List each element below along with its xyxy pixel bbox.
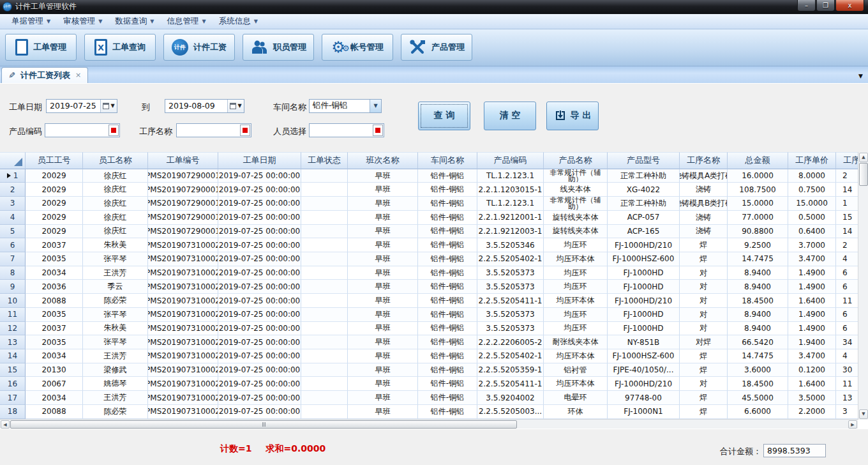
column-header-7[interactable]: 车间名称: [418, 152, 477, 169]
grid-cell: FJ-1000N1: [608, 405, 680, 419]
column-header-6[interactable]: 班次名称: [348, 152, 418, 169]
table-row[interactable]: 1220037朱秋美PMS2019073100022019-07-25 00:0…: [0, 322, 858, 336]
table-row[interactable]: 1720034王洪芳PMS2019073100022019-07-25 00:0…: [0, 391, 858, 405]
scroll-right-icon[interactable]: ▶: [848, 420, 857, 429]
toolbar-button-1[interactable]: 工单管理: [5, 34, 77, 61]
grid-cell: 4: [836, 349, 858, 363]
process-picker-button[interactable]: [240, 125, 250, 136]
grid-cell: FJ-1000HD/210: [608, 238, 680, 252]
minimize-button[interactable]: –: [797, 0, 816, 11]
person-picker-button[interactable]: [373, 125, 383, 136]
toolbar-button-4[interactable]: 职员管理: [243, 34, 314, 61]
table-row[interactable]: 1320035张平琴PMS2019073100022019-07-25 00:0…: [0, 335, 858, 349]
menu-item-4[interactable]: 信息管理▼: [160, 14, 212, 29]
grid-cell: 15: [836, 211, 858, 225]
grid-cell: 旋转线夹本体: [544, 225, 608, 239]
column-header-12[interactable]: 总金额: [728, 152, 788, 169]
table-row[interactable]: 1520130梁修武PMS2019073100022019-07-25 00:0…: [0, 363, 858, 377]
menu-item-5[interactable]: 系统信息▼: [213, 14, 264, 29]
restore-button[interactable]: ❐: [816, 0, 835, 11]
table-row[interactable]: 1120035张平琴PMS2019073100022019-07-25 00:0…: [0, 308, 858, 322]
table-row[interactable]: 120029徐庆红PMS2019072900012019-07-25 00:00…: [0, 169, 858, 183]
export-button[interactable]: 导 出: [546, 102, 599, 130]
column-header-9[interactable]: 产品名称: [544, 152, 608, 169]
vertical-scroll-thumb[interactable]: [859, 163, 868, 186]
column-header-3[interactable]: 工单编号: [148, 152, 218, 169]
column-header-4[interactable]: 工单日期: [218, 152, 301, 169]
query-button[interactable]: 查 询: [418, 102, 470, 130]
table-row[interactable]: 720035张平琴PMS2019073100022019-07-25 00:00…: [0, 252, 858, 266]
column-header-10[interactable]: 产品型号: [608, 152, 680, 169]
tab-close-icon[interactable]: ×: [75, 71, 81, 79]
toolbar-button-6[interactable]: 产品管理: [401, 34, 472, 61]
total-amount-field[interactable]: 8998.5393: [763, 444, 826, 457]
grid-corner-header[interactable]: [0, 152, 26, 169]
grid-cell: 13: [836, 391, 858, 405]
row-number: 3: [10, 199, 15, 208]
column-header-8[interactable]: 产品编码: [477, 152, 544, 169]
table-row[interactable]: 220029徐庆红PMS2019072900012019-07-25 00:00…: [0, 183, 858, 197]
menu-item-2[interactable]: 审核管理▼: [57, 14, 108, 29]
grid-cell: 2.2.1.9212003-1: [477, 225, 544, 239]
person-input[interactable]: [309, 123, 384, 137]
table-row[interactable]: 1020088陈必荣PMS2019073100022019-07-25 00:0…: [0, 294, 858, 308]
column-header-14[interactable]: 工序数量: [836, 152, 858, 169]
tab-list-dropdown-icon[interactable]: ▼: [858, 73, 863, 79]
table-row[interactable]: 820034王洪芳PMS2019073100022019-07-25 00:00…: [0, 266, 858, 280]
column-header-2[interactable]: 员工名称: [83, 152, 148, 169]
grid-cell: 0.5000: [788, 211, 836, 225]
grid-cell: 陈必荣: [83, 294, 148, 308]
grid-cell: 徐庆红: [83, 225, 148, 239]
table-row[interactable]: 420029徐庆红PMS2019072900012019-07-25 00:00…: [0, 211, 858, 225]
scroll-up-icon[interactable]: ▲: [859, 153, 868, 162]
grid-cell: 108.7500: [728, 183, 788, 197]
grid-cell: 线夹本体: [544, 183, 608, 197]
table-row[interactable]: 620037朱秋美PMS2019073100022019-07-25 00:00…: [0, 238, 858, 252]
menu-bar: 单据管理▼审核管理▼数据查询▼信息管理▼系统信息▼: [0, 14, 868, 29]
clear-button[interactable]: 清 空: [484, 102, 536, 130]
vertical-scrollbar[interactable]: ▲ ▼: [858, 152, 868, 420]
toolbar-button-3[interactable]: 计件计件工资: [163, 34, 235, 61]
table-row[interactable]: 520029徐庆红PMS2019072900012019-07-25 00:00…: [0, 225, 858, 239]
horizontal-scroll-thumb[interactable]: [10, 420, 517, 429]
grid-cell: 焊: [680, 349, 728, 363]
workorder-search-icon: X: [94, 39, 107, 56]
process-input[interactable]: [176, 123, 251, 137]
table-row[interactable]: 1420034王洪芳PMS2019073100022019-07-25 00:0…: [0, 349, 858, 363]
calendar-dropdown-icon[interactable]: ▼: [100, 100, 117, 112]
menu-item-3[interactable]: 数据查询▼: [108, 14, 160, 29]
column-header-11[interactable]: 工序名称: [680, 152, 728, 169]
product-code-picker-button[interactable]: [108, 125, 119, 136]
toolbar-button-2[interactable]: X工单查询: [84, 34, 156, 61]
product-code-input[interactable]: [45, 123, 120, 137]
column-header-13[interactable]: 工序单价: [788, 152, 836, 169]
grid-cell: 陈必荣: [83, 405, 148, 419]
date-to-input[interactable]: 2019-08-09 ▼: [165, 99, 244, 113]
toolbar-button-5[interactable]: ⚙⚙帐号管理: [322, 34, 393, 61]
scroll-left-icon[interactable]: ◀: [1, 420, 10, 429]
combo-dropdown-icon[interactable]: ▼: [370, 100, 381, 112]
table-row[interactable]: 1820088陈必荣PMS2019073100022019-07-25 00:0…: [0, 405, 858, 419]
date-from-input[interactable]: 2019-07-25 ▼: [46, 99, 117, 113]
workshop-combo[interactable]: 铝件-铜铝 ▼: [309, 99, 382, 113]
grid-cell: 早班: [348, 169, 418, 183]
column-header-1[interactable]: 员工工号: [26, 152, 83, 169]
grid-cell: 6: [836, 308, 858, 322]
scroll-down-icon[interactable]: ▼: [859, 409, 868, 419]
table-row[interactable]: 320029徐庆红PMS2019072900012019-07-25 00:00…: [0, 197, 858, 211]
table-row[interactable]: 1620067姚德琴PMS2019073100022019-07-25 00:0…: [0, 377, 858, 391]
column-header-5[interactable]: 工单状态: [301, 152, 348, 169]
grid-cell: 2019-07-25 00:00:00: [218, 225, 301, 239]
grid-cell: FJ-1000HD/210: [608, 377, 680, 391]
calendar-dropdown-icon[interactable]: ▼: [227, 100, 244, 112]
horizontal-scrollbar[interactable]: ◀ ▶: [0, 419, 858, 429]
menu-item-1[interactable]: 单据管理▼: [5, 14, 57, 29]
table-row[interactable]: 920036季云PMS2019073100022019-07-25 00:00:…: [0, 280, 858, 294]
tab-piecework-wage-list[interactable]: ✎ 计件工资列表 ×: [1, 67, 88, 83]
close-button[interactable]: x: [835, 0, 864, 11]
grid-cell: [301, 294, 348, 308]
export-button-label: 导 出: [571, 110, 592, 121]
grid-cell: 早班: [348, 335, 418, 349]
red-square-icon: [375, 128, 380, 133]
grid-cell: 2019-07-25 00:00:00: [218, 335, 301, 349]
